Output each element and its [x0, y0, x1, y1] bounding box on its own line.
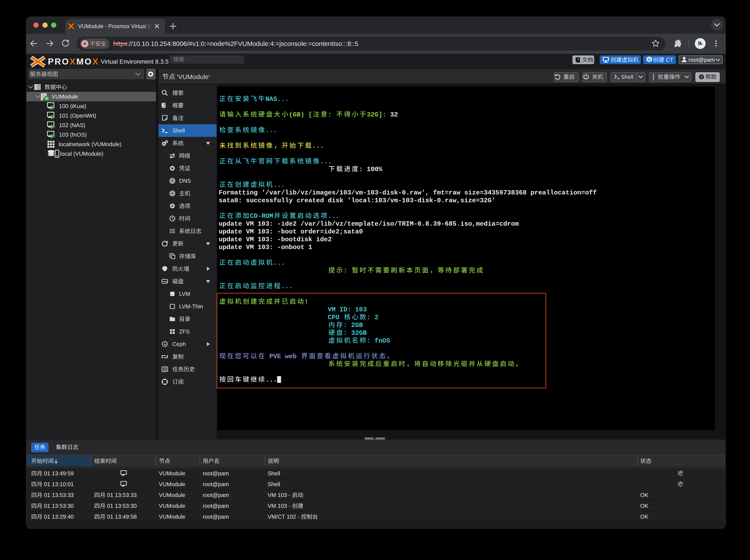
svg-text:102 (NAS): 102 (NAS) [59, 122, 85, 128]
svg-text:PVE web: PVE web [265, 353, 301, 360]
svg-text:update VM 103: -ide2 /var/lib/: update VM 103: -ide2 /var/lib/vz/templat… [219, 220, 519, 227]
svg-text:: fnOS: : fnOS [367, 337, 390, 344]
svg-text:root@pam: root@pam [203, 503, 229, 509]
svg-text:CT: CT [664, 57, 673, 63]
svg-text:root@pam: root@pam [203, 492, 229, 498]
svg-text:...: ... [328, 213, 340, 220]
svg-text:...: ... [312, 142, 324, 149]
svg-text:Shell: Shell [268, 481, 280, 487]
svg-text:Virtual Environment 8.3.5: Virtual Environment 8.3.5 [101, 58, 169, 65]
svg-text:: 2GB: : 2GB [343, 322, 363, 329]
svg-text:: 2: : 2 [367, 314, 379, 321]
svg-text:CD-ROM: CD-ROM [250, 213, 273, 220]
svg-text:VM 103 -: VM 103 - [268, 492, 292, 498]
svg-text:...: ... [273, 259, 285, 266]
svg-text:root@pam: root@pam [203, 514, 229, 520]
svg-text::: : [328, 111, 336, 118]
svg-text:OK: OK [640, 492, 648, 498]
svg-text:01 13:53:30: 01 13:53:30 [42, 503, 74, 509]
svg-text:VM 103 -: VM 103 - [268, 503, 292, 509]
svg-text:01 13:49:58: 01 13:49:58 [105, 514, 137, 520]
svg-text:...: ... [265, 127, 277, 134]
svg-text:LVM: LVM [179, 291, 190, 297]
svg-text:?: ? [701, 75, 703, 79]
svg-text:!: ! [304, 298, 308, 305]
svg-text:DNS: DNS [179, 178, 191, 184]
svg-text:root@pam: root@pam [689, 57, 715, 63]
svg-text:://10.10.10.254:8006/#v1:0:=no: ://10.10.10.254:8006/#v1:0:=node%2FVUMod… [127, 40, 358, 47]
svg-text:101 (OpenWrt): 101 (OpenWrt) [59, 113, 96, 119]
svg-text:...: ... [320, 158, 332, 165]
svg-text:CPU: CPU [328, 314, 343, 321]
svg-text:PRO: PRO [48, 57, 69, 66]
svg-text:OK: OK [640, 503, 648, 509]
svg-text:sata0: successfully created di: sata0: successfully created disk 'local:… [219, 197, 495, 204]
svg-text:Shell: Shell [621, 74, 633, 80]
svg-text:Shell: Shell [173, 127, 185, 134]
svg-text:: 32GB: : 32GB [343, 329, 367, 337]
svg-text:MO: MO [77, 57, 93, 66]
svg-text:VM ID: 103: VM ID: 103 [328, 306, 367, 313]
svg-text:Formatting '/var/lib/vz/images: Formatting '/var/lib/vz/images/103/vm-10… [219, 189, 597, 196]
svg-text:100 (iKuai): 100 (iKuai) [59, 103, 86, 109]
svg-text:update VM 103: -bootdisk ide2: update VM 103: -bootdisk ide2 [219, 236, 332, 243]
svg-text:...: ... [273, 181, 285, 188]
svg-text:update VM 103: -boot order=ide: update VM 103: -boot order=ide2;sata0 [219, 228, 363, 235]
svg-text:Shell: Shell [268, 470, 280, 477]
svg-text:103 (fnOS): 103 (fnOS) [59, 132, 87, 138]
svg-text:VUModule: VUModule [52, 93, 78, 100]
svg-text:...: ... [265, 376, 277, 383]
svg-text:localnetwork (VUModule): localnetwork (VUModule) [59, 141, 121, 147]
svg-text:01 13:49:59: 01 13:49:59 [42, 470, 74, 477]
svg-text:update VM 103: -onboot 1: update VM 103: -onboot 1 [219, 244, 312, 251]
svg-text:VM/CT 102 -: VM/CT 102 - [268, 514, 301, 520]
svg-text:LVM-Thin: LVM-Thin [179, 303, 203, 310]
svg-text:OK: OK [640, 514, 648, 520]
svg-text:...: ... [281, 283, 293, 290]
svg-text:VUModule - Proxmox Virtual E: VUModule - Proxmox Virtual E [78, 23, 151, 29]
svg-text:VUModule: VUModule [159, 470, 185, 477]
svg-text:VUModule: VUModule [159, 503, 185, 509]
svg-text:ZFS: ZFS [179, 328, 190, 335]
svg-text::: : [343, 267, 351, 274]
svg-text:VUModule: VUModule [159, 514, 185, 520]
svg-text:X: X [69, 57, 76, 66]
svg-text:01 13:53:30: 01 13:53:30 [105, 503, 137, 509]
svg-text:local (VUModule): local (VUModule) [60, 151, 103, 157]
svg-text:01 13:10:01: 01 13:10:01 [42, 481, 74, 487]
svg-text:32G]:: 32G]: [367, 111, 390, 118]
svg-text:01 13:29:40: 01 13:29:40 [42, 514, 74, 520]
svg-text:Ceph: Ceph [173, 341, 186, 347]
svg-text:NAS...: NAS... [265, 96, 289, 103]
svg-text:01 13:53:33: 01 13:53:33 [105, 492, 137, 498]
svg-text:'VUModule': 'VUModule' [175, 73, 210, 80]
svg-text:root@pam: root@pam [203, 481, 229, 487]
svg-text:VUModule: VUModule [159, 492, 185, 498]
svg-text:32: 32 [390, 111, 398, 118]
svg-text:01 13:53:33: 01 13:53:33 [42, 492, 74, 498]
svg-text:X: X [92, 57, 99, 66]
svg-text:: 100%: : 100% [359, 166, 383, 173]
svg-text:(GB) [: (GB) [ [289, 111, 312, 118]
svg-text:VUModule: VUModule [159, 481, 185, 487]
svg-text:root@pam: root@pam [203, 470, 229, 477]
